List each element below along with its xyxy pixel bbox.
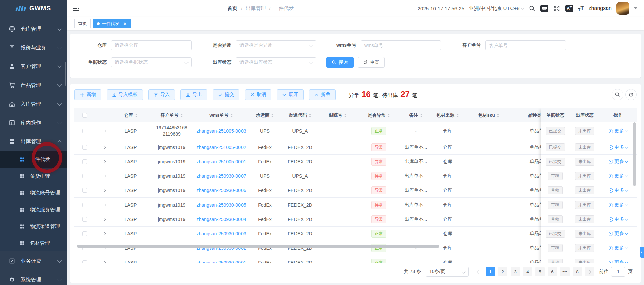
horizontal-scrollbar[interactable] <box>77 245 439 248</box>
more-actions-button[interactable]: 更多 <box>609 202 628 208</box>
more-actions-button[interactable]: 更多 <box>609 159 628 165</box>
expand-button[interactable]: 展开 <box>277 89 304 100</box>
sidebar-item-customers[interactable]: 客户管理 <box>0 57 67 76</box>
sidebar-submenu-item-stock-transfer[interactable]: 备货中转 <box>0 168 67 184</box>
tab-home[interactable]: 首页 <box>74 19 91 28</box>
tab-dropship[interactable]: 一件代发 <box>93 19 131 28</box>
sidebar-submenu-item-logistics-accounts[interactable]: 物流账号管理 <box>0 184 67 201</box>
sidebar-submenu-item-dropship[interactable]: 一件代发 <box>0 151 67 168</box>
more-actions-button[interactable]: 更多 <box>609 231 628 237</box>
wms-no-link[interactable]: zhangsan-251005-0002 <box>197 145 246 150</box>
row-checkbox[interactable] <box>74 260 95 263</box>
col-pkg-sku[interactable]: 包材sku <box>464 108 514 122</box>
page-button[interactable]: 5 <box>535 267 545 276</box>
sort-icon[interactable] <box>456 114 459 117</box>
more-actions-button[interactable]: 更多 <box>609 173 628 179</box>
sort-icon[interactable] <box>271 114 274 117</box>
sort-icon[interactable] <box>309 114 311 117</box>
wms-no-link[interactable]: zhangsan-250930-0007 <box>197 173 246 179</box>
sidebar-item-system[interactable]: 系统管理 <box>0 270 67 285</box>
avatar[interactable] <box>616 2 629 15</box>
sidebar-item-warehouse-ops[interactable]: 库内操作 <box>0 113 67 132</box>
collapse-button[interactable]: 折叠 <box>309 89 336 100</box>
sort-icon[interactable] <box>135 114 138 117</box>
wms-no-link[interactable]: zhangsan-250930-0001 <box>197 260 246 263</box>
row-checkbox[interactable] <box>74 217 95 222</box>
row-checkbox[interactable] <box>74 145 95 150</box>
search-button[interactable]: 搜索 <box>326 57 354 68</box>
cancel-button[interactable]: 取消 <box>245 89 271 100</box>
more-pages-button[interactable]: ••• <box>560 267 570 276</box>
sidebar-item-quotes[interactable]: 报价与业务 <box>0 38 67 57</box>
import-button[interactable]: 导入 <box>148 89 175 100</box>
menu-fold-icon[interactable] <box>72 5 80 11</box>
more-actions-button[interactable]: 更多 <box>609 187 628 193</box>
sort-icon[interactable] <box>230 114 233 117</box>
row-checkbox[interactable] <box>74 188 95 193</box>
page-button[interactable]: 2 <box>498 267 507 276</box>
breadcrumb-item-home[interactable]: 首页 <box>227 5 237 12</box>
sidebar-item-billing[interactable]: 业务计费 <box>0 251 67 270</box>
translate-icon[interactable]: A文 <box>565 5 573 12</box>
reset-button[interactable]: 重置 <box>358 57 385 68</box>
wms-no-input[interactable] <box>361 40 441 50</box>
row-checkbox[interactable] <box>74 203 95 207</box>
wms-no-link[interactable]: zhangsan-250930-0004 <box>197 217 246 222</box>
row-checkbox[interactable] <box>74 159 95 164</box>
more-actions-button[interactable]: 更多 <box>609 216 628 222</box>
sort-icon[interactable] <box>344 114 347 117</box>
vertical-scrollbar[interactable] <box>633 122 636 186</box>
select-all-checkbox[interactable] <box>74 108 95 122</box>
row-expand[interactable] <box>95 130 113 132</box>
col-carrier[interactable]: 承运商 <box>247 108 282 122</box>
row-checkbox[interactable] <box>74 129 95 133</box>
page-button[interactable]: 3 <box>511 267 520 276</box>
search-icon[interactable] <box>528 5 536 12</box>
row-expand[interactable] <box>95 218 113 221</box>
breadcrumb-item-outbound[interactable]: 出库管理 <box>246 5 266 12</box>
prev-page-button[interactable] <box>473 267 483 276</box>
page-size-select[interactable]: 10条/页 <box>426 267 469 277</box>
row-checkbox[interactable] <box>74 231 95 236</box>
user-menu-caret-icon[interactable] <box>634 7 637 9</box>
export-button[interactable]: 导出 <box>180 89 207 100</box>
import-template-button[interactable]: 导入模板 <box>107 89 143 100</box>
out-status-select[interactable]: 请选择出库状态 <box>236 57 316 67</box>
sort-icon[interactable] <box>420 114 423 117</box>
message-icon[interactable] <box>540 5 548 12</box>
font-size-icon[interactable]: TT <box>578 5 584 12</box>
right-edge-collapse-handle[interactable] <box>640 247 644 258</box>
sidebar-submenu-item-logistics-channels[interactable]: 物流渠道管理 <box>0 218 67 235</box>
more-actions-button[interactable]: 更多 <box>609 128 628 134</box>
col-wms-no[interactable]: wms单号 <box>195 108 247 122</box>
row-expand[interactable] <box>95 261 113 263</box>
warehouse-select[interactable]: 请选择仓库 <box>111 40 192 50</box>
col-out-status[interactable]: 出库状态 <box>570 108 600 122</box>
sidebar-item-products[interactable]: 产品管理 <box>0 76 67 95</box>
breadcrumb-item-dropship[interactable]: 一件代发 <box>274 5 294 12</box>
page-button[interactable]: 8 <box>573 267 582 276</box>
timezone-selector[interactable]: 亚洲/中国/北京 UTC+8 <box>469 5 524 12</box>
col-pkg-source[interactable]: 包材来源 <box>432 108 464 122</box>
row-expand[interactable] <box>95 204 113 206</box>
page-button[interactable]: 1 <box>486 267 495 276</box>
more-actions-button[interactable]: 更多 <box>609 144 628 150</box>
row-expand[interactable] <box>95 189 113 192</box>
col-doc-status[interactable]: 单据状态 <box>541 108 570 122</box>
wms-no-link[interactable]: zhangsan-250930-0005 <box>197 202 246 208</box>
col-channel[interactable]: 渠道代码 <box>282 108 318 122</box>
col-remark[interactable]: 备注 <box>400 108 432 122</box>
wms-no-link[interactable]: zhangsan-251005-0003 <box>197 128 246 134</box>
goto-page-input[interactable] <box>611 267 625 277</box>
sort-icon[interactable] <box>387 114 390 117</box>
row-expand[interactable] <box>95 146 113 149</box>
sort-icon[interactable] <box>497 114 499 117</box>
sidebar-submenu-item-packaging[interactable]: 包材管理 <box>0 235 67 251</box>
col-tracking[interactable]: 跟踪号 <box>318 108 358 122</box>
add-button[interactable]: 新增 <box>74 89 101 100</box>
wms-no-link[interactable]: zhangsan-250930-0003 <box>197 231 246 236</box>
page-button[interactable]: 6 <box>548 267 557 276</box>
table-search-icon[interactable] <box>612 89 623 100</box>
page-button[interactable]: 4 <box>523 267 532 276</box>
abnormal-select[interactable]: 请选择是否异常 <box>236 40 316 50</box>
